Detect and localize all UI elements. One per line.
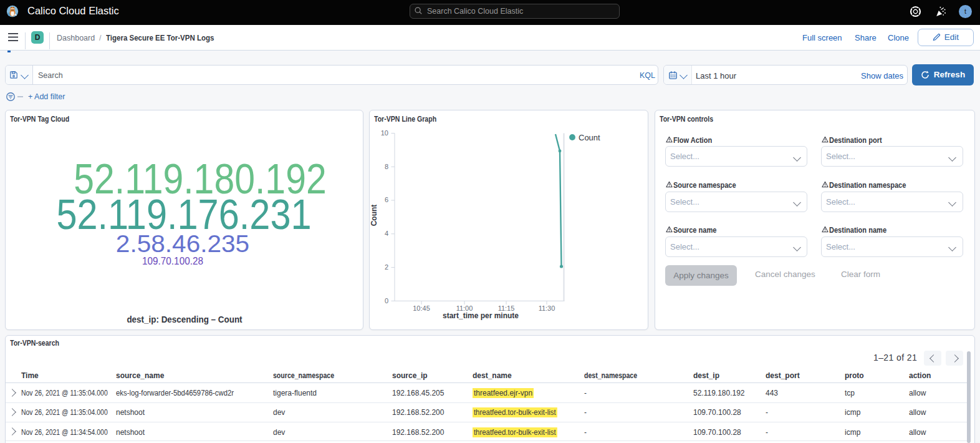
svg-text:10: 10 [381,129,388,137]
svg-text:Count: Count [579,133,600,142]
svg-text:0: 0 [385,297,388,304]
svg-text:2: 2 [385,263,388,271]
svg-text:10:45: 10:45 [413,304,430,312]
svg-text:start_time per minute: start_time per minute [443,311,519,320]
svg-text:4: 4 [385,230,388,237]
svg-text:11:30: 11:30 [539,304,555,312]
svg-text:8: 8 [385,163,388,170]
svg-text:6: 6 [385,196,388,203]
svg-text:Count: Count [370,205,378,226]
